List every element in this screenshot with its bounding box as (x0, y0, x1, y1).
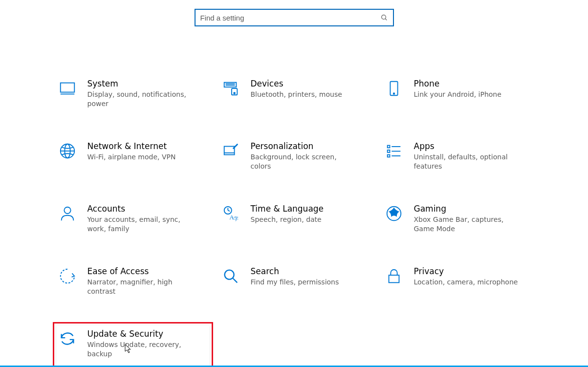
devices-icon (221, 79, 240, 98)
tile-title: Ease of Access (87, 266, 195, 277)
apps-icon (385, 142, 403, 160)
svg-point-8 (234, 92, 235, 94)
settings-grid: System Display, sound, notifications, po… (52, 75, 536, 367)
svg-rect-18 (387, 150, 390, 152)
svg-rect-20 (387, 155, 390, 157)
ease-of-access-icon (58, 267, 77, 285)
tile-devices[interactable]: Devices Bluetooth, printers, mouse (219, 75, 373, 111)
tile-title: Personalization (251, 141, 358, 151)
tile-desc: Link your Android, iPhone (414, 90, 501, 99)
tile-update-security[interactable]: Update & Security Windows Update, recove… (56, 325, 210, 367)
svg-point-29 (224, 270, 234, 280)
globe-icon (58, 142, 77, 160)
tile-desc: Bluetooth, printers, mouse (251, 90, 342, 99)
tile-title: Gaming (414, 203, 522, 214)
lock-icon (385, 267, 403, 285)
tile-desc: Your accounts, email, sync, work, family (87, 215, 195, 234)
accounts-icon (58, 204, 77, 223)
svg-point-22 (64, 207, 70, 214)
tile-title: Phone (414, 78, 501, 89)
tile-search[interactable]: Search Find my files, permissions (219, 263, 373, 299)
tile-desc: Background, lock screen, colors (251, 152, 358, 171)
update-icon (58, 329, 77, 348)
tile-system[interactable]: System Display, sound, notifications, po… (56, 75, 210, 111)
svg-line-1 (385, 19, 387, 20)
tile-network[interactable]: Network & Internet Wi-Fi, airplane mode,… (56, 138, 210, 174)
tile-desc: Narrator, magnifier, high contrast (87, 278, 195, 296)
svg-line-25 (228, 210, 230, 211)
svg-rect-16 (387, 146, 390, 148)
tile-desc: Find my files, permissions (251, 278, 339, 287)
tile-personalization[interactable]: Personalization Background, lock screen,… (219, 138, 373, 174)
tile-desc: Uninstall, defaults, optional features (414, 152, 522, 171)
svg-line-30 (233, 279, 237, 283)
tile-title: Network & Internet (87, 141, 176, 151)
svg-point-10 (393, 93, 394, 94)
tile-desc: Display, sound, notifications, power (87, 90, 195, 108)
tile-gaming[interactable]: Gaming Xbox Game Bar, captures, Game Mod… (383, 200, 536, 237)
svg-point-23 (224, 207, 231, 214)
tile-privacy[interactable]: Privacy Location, camera, microphone (383, 263, 536, 299)
tile-title: Update & Security (87, 328, 195, 339)
tile-ease-of-access[interactable]: Ease of Access Narrator, magnifier, high… (56, 263, 210, 299)
tile-apps[interactable]: Apps Uninstall, defaults, optional featu… (383, 138, 536, 174)
tile-title: System (87, 78, 195, 89)
tile-desc: Speech, region, date (251, 215, 324, 224)
tile-phone[interactable]: Phone Link your Android, iPhone (383, 75, 536, 111)
tile-accounts[interactable]: Accounts Your accounts, email, sync, wor… (56, 200, 210, 237)
tile-title: Privacy (414, 266, 518, 277)
tile-desc: Location, camera, microphone (414, 278, 518, 287)
time-language-icon: A 字 (221, 204, 240, 223)
tile-title: Accounts (87, 203, 195, 214)
search-input[interactable] (200, 14, 380, 22)
svg-rect-31 (389, 275, 399, 282)
tile-desc: Xbox Game Bar, captures, Game Mode (414, 215, 522, 234)
tile-title: Time & Language (251, 203, 324, 214)
svg-rect-4 (224, 83, 236, 87)
phone-icon (385, 79, 403, 98)
tile-title: Search (251, 266, 339, 277)
tile-desc: Windows Update, recovery, backup (87, 340, 195, 359)
svg-rect-14 (224, 147, 234, 155)
search-box[interactable] (195, 9, 394, 26)
svg-text:字: 字 (233, 216, 238, 221)
tile-title: Apps (414, 141, 522, 151)
system-icon (58, 79, 77, 98)
personalization-icon (221, 142, 240, 160)
svg-rect-2 (60, 83, 74, 92)
magnifier-icon (221, 267, 240, 285)
tile-desc: Wi-Fi, airplane mode, VPN (87, 152, 176, 162)
tile-title: Devices (251, 78, 342, 89)
tile-time-language[interactable]: A 字 Time & Language Speech, region, date (219, 200, 373, 237)
gaming-icon (385, 204, 403, 223)
search-icon (380, 14, 388, 22)
